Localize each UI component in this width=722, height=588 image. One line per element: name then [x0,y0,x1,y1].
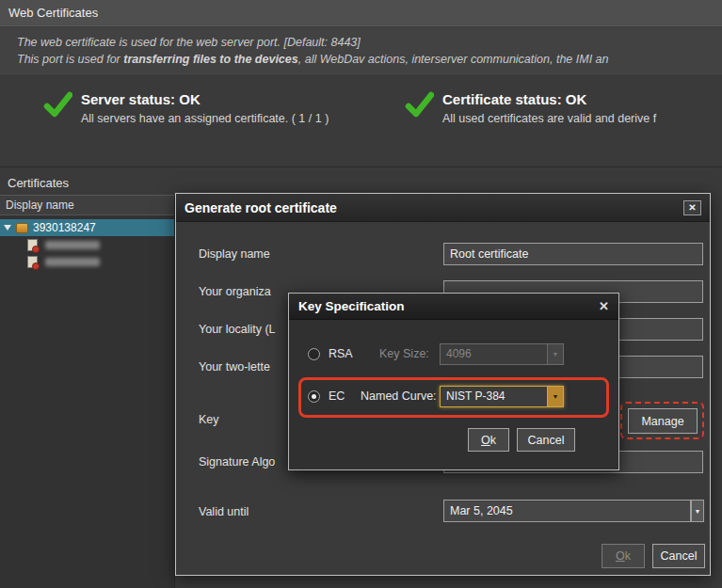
redacted-label [45,258,100,266]
key-label: Key [199,413,219,426]
key-dialog-title-bar: Key Specification ✕ [289,294,618,320]
tree-item-root[interactable]: 3930138247 [0,219,174,236]
country-label: Your two-lette [199,360,270,373]
info-line-2: This port is used for transferring files… [17,51,722,68]
key-dialog-ok-button[interactable]: Ok [468,428,509,452]
ok-button[interactable]: Ok [602,544,645,568]
named-curve-label: Named Curve: [361,389,437,403]
server-status-title: Server status: OK [81,91,329,107]
server-status: Server status: OK All servers have an as… [43,91,329,125]
certificates-panel-title: Certificates [8,176,69,190]
organization-label: Your organiza [199,285,271,298]
certificate-status: Certificate status: OK All used certific… [405,91,656,125]
display-name-label: Display name [199,247,270,261]
chevron-down-icon: ▼ [547,344,563,364]
tree-item-child-2[interactable] [0,253,174,270]
ec-label: EC [329,389,345,403]
chevron-down-icon: ▼ [547,387,563,406]
tree-item-root-label: 3930138247 [33,221,96,234]
display-name-input[interactable] [443,243,703,265]
cancel-button[interactable]: Cancel [652,544,705,568]
green-check-icon [405,91,434,119]
rsa-label: RSA [329,347,353,360]
green-check-icon [43,91,72,119]
key-dialog-cancel-button[interactable]: Cancel [517,428,575,452]
page-title: Web Certificates [8,6,98,20]
tree-item-child-1[interactable] [0,236,174,253]
column-header-display-name[interactable]: Display name [0,196,174,215]
section-divider [0,167,722,167]
named-curve-dropdown[interactable]: NIST P-384 ▼ [440,386,564,407]
key-specification-dialog: Key Specification ✕ RSA Key Size: 4096 ▼… [288,293,619,470]
key-size-label: Key Size: [379,347,429,360]
server-status-subtitle: All servers have an assigned certificate… [81,112,329,125]
valid-until-label: Valid until [199,505,249,518]
certificates-panel: Display name 3930138247 [0,195,175,588]
certificate-root-icon [16,223,28,233]
close-icon[interactable]: ✕ [683,200,701,215]
named-curve-value: NIST P-384 [441,387,547,406]
certificate-status-subtitle: All used certificates are valid and deri… [442,112,656,125]
dialog-title-bar: Generate root certificate ✕ [176,194,710,222]
certificate-status-title: Certificate status: OK [442,91,656,107]
info-line-1: The web certificate is used for the web … [17,34,722,51]
key-size-dropdown[interactable]: 4096 ▼ [440,343,564,365]
info-text-block: The web certificate is used for the web … [0,27,722,74]
valid-until-input[interactable] [443,500,691,522]
valid-until-dropdown-button[interactable]: ▼ [691,500,704,522]
app-window: Web Certificates The web certificate is … [0,0,722,588]
redacted-label [45,241,100,249]
expander-down-icon[interactable] [4,225,11,230]
rsa-radio[interactable] [308,348,320,360]
window-title-bar: Web Certificates [0,0,722,26]
key-size-value: 4096 [441,344,547,364]
certificate-icon [27,256,38,268]
ec-radio[interactable] [308,390,320,403]
close-icon[interactable]: ✕ [599,299,609,313]
signature-algorithm-label: Signature Algo [199,455,275,469]
manage-button[interactable]: Manage [628,408,698,434]
certificate-icon [27,239,38,251]
dialog-title: Generate root certificate [185,200,337,215]
key-dialog-title: Key Specification [298,299,405,313]
locality-label: Your locality (L [199,323,276,336]
